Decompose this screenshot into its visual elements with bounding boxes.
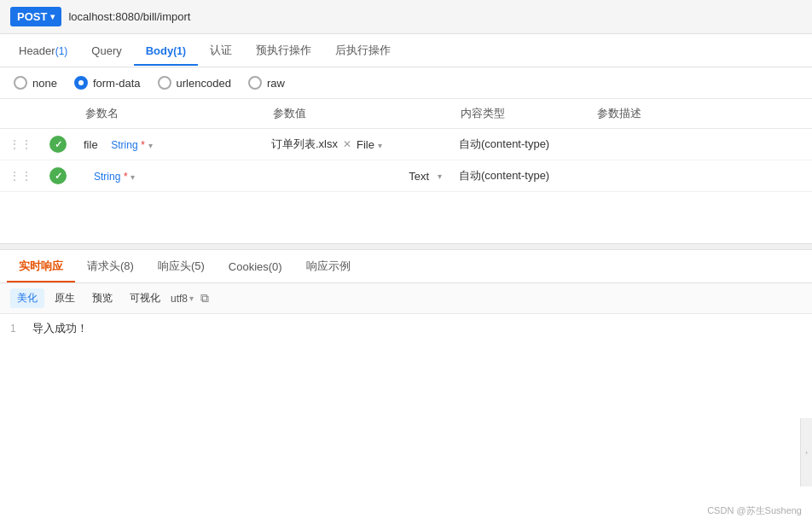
row1-check-cell: ✓ (41, 129, 75, 160)
row2-type-chevron-icon[interactable]: ▾ (130, 172, 135, 182)
col-desc-header: 参数描述 (587, 99, 812, 129)
drag-handle-cell2: ⋮⋮ (0, 160, 41, 192)
main-tabs: Header(1) Query Body(1) 认证 预执行操作 后执行操作 (0, 34, 812, 67)
option-urlencoded-label: urlencoded (177, 77, 231, 90)
tab-pre-action[interactable]: 预执行操作 (244, 34, 323, 67)
line-number: 1 (10, 323, 16, 335)
row2-type-badge[interactable]: String (94, 171, 120, 183)
drag-handle-icon[interactable]: ⋮⋮ (9, 137, 32, 151)
section-divider (0, 243, 812, 250)
row1-clear-icon[interactable]: ✕ (343, 138, 351, 150)
response-content: 导入成功！ (32, 322, 88, 335)
tab-post-action[interactable]: 后执行操作 (323, 34, 403, 67)
preview-button[interactable]: 预览 (85, 288, 119, 308)
row1-name-cell: file String * ▾ (75, 129, 263, 160)
row1-enabled-checkbox[interactable]: ✓ (49, 136, 67, 153)
radio-none-icon (14, 76, 27, 90)
tab-header[interactable]: Header(1) (7, 36, 79, 66)
encoding-chevron-icon: ▾ (189, 294, 194, 303)
row2-enabled-checkbox[interactable]: ✓ (49, 167, 67, 184)
col-content-header: 内容类型 (450, 99, 587, 129)
option-none-label: none (32, 77, 57, 90)
row2-description-cell: 自动(content-type) (450, 160, 587, 192)
encoding-selector[interactable]: utf8 ▾ (171, 293, 194, 305)
tab-request-headers[interactable]: 请求头(8) (75, 250, 146, 282)
col-drag-header (0, 99, 41, 129)
radio-urlencoded-icon (158, 76, 171, 90)
col-value-header: 参数值 (263, 99, 450, 129)
col-name-header: 参数名 (75, 99, 263, 129)
encoding-label: utf8 (171, 293, 188, 305)
url-input[interactable] (68, 10, 802, 23)
watermark: CSDN @苏生Susheng (707, 504, 802, 517)
col-check-header (41, 99, 75, 129)
row1-description-cell: 自动(content-type) (450, 129, 587, 160)
row2-required-icon: * (124, 171, 128, 183)
drag-handle-cell: ⋮⋮ (0, 129, 41, 160)
option-raw-label: raw (267, 77, 285, 90)
row2-value-cell: Text ▾ (263, 160, 450, 192)
row1-value-cell: 订单列表.xlsx ✕ File ▾ (263, 129, 450, 160)
raw-button[interactable]: 原生 (48, 288, 82, 308)
params-table: 参数名 参数值 内容类型 参数描述 ⋮⋮ ✓ file String (0, 99, 812, 192)
method-selector[interactable]: POST ▾ (10, 7, 61, 26)
row2-name-cell: String * ▾ (75, 160, 263, 192)
tab-response-headers[interactable]: 响应头(5) (146, 250, 217, 282)
url-bar: POST ▾ (0, 0, 812, 34)
response-body: 1 导入成功！ (0, 314, 812, 382)
tab-auth[interactable]: 认证 (198, 34, 244, 67)
row1-type-chevron-icon[interactable]: ▾ (148, 141, 153, 150)
option-none[interactable]: none (14, 76, 57, 90)
row1-content-chevron-icon: ▾ (378, 141, 382, 150)
row1-param-name[interactable]: file (84, 138, 98, 151)
tab-cookies[interactable]: Cookies(0) (217, 252, 294, 282)
response-toolbar: 美化 原生 预览 可视化 utf8 ▾ ⧉ (0, 283, 812, 314)
method-chevron-icon: ▾ (50, 12, 55, 21)
beautify-button[interactable]: 美化 (10, 288, 44, 308)
drag-handle-icon2[interactable]: ⋮⋮ (9, 169, 32, 183)
row1-type-badge[interactable]: String (111, 139, 137, 151)
radio-formdata-icon (74, 76, 88, 90)
row2-check-cell: ✓ (41, 160, 75, 192)
visualize-button[interactable]: 可视化 (123, 288, 167, 308)
row2-param-desc-cell (587, 160, 812, 192)
row1-param-desc-cell (587, 129, 812, 160)
tab-realtime-response[interactable]: 实时响应 (7, 250, 75, 282)
row2-value-chevron-icon[interactable]: ▾ (438, 172, 442, 181)
tab-response-example[interactable]: 响应示例 (294, 250, 362, 282)
row1-content-type-select[interactable]: File ▾ (357, 138, 382, 151)
table-row: ⋮⋮ ✓ String * ▾ Text ▾ 自动(content-type) (0, 160, 812, 192)
tab-body[interactable]: Body(1) (134, 36, 198, 66)
tab-query[interactable]: Query (79, 36, 133, 66)
option-formdata-label: form-data (93, 77, 141, 90)
option-raw[interactable]: raw (248, 76, 285, 90)
option-urlencoded[interactable]: urlencoded (158, 76, 231, 90)
row1-required-icon: * (141, 139, 145, 151)
table-row: ⋮⋮ ✓ file String * ▾ 订单列表.xlsx ✕ File ▾ (0, 129, 812, 160)
option-formdata[interactable]: form-data (74, 76, 141, 90)
body-options: none form-data urlencoded raw (0, 67, 812, 99)
radio-raw-icon (248, 76, 262, 90)
response-tabs: 实时响应 请求头(8) 响应头(5) Cookies(0) 响应示例 (0, 250, 812, 283)
scrollbar-indicator[interactable]: › (800, 418, 812, 486)
row2-description[interactable]: 自动(content-type) (459, 169, 549, 182)
method-label: POST (17, 10, 47, 23)
response-section: 实时响应 请求头(8) 响应头(5) Cookies(0) 响应示例 美化 原生… (0, 250, 812, 382)
row2-value-text[interactable]: Text (409, 170, 429, 183)
row1-description[interactable]: 自动(content-type) (459, 137, 549, 150)
row1-value-text[interactable]: 订单列表.xlsx (271, 137, 338, 152)
copy-icon[interactable]: ⧉ (200, 291, 209, 306)
